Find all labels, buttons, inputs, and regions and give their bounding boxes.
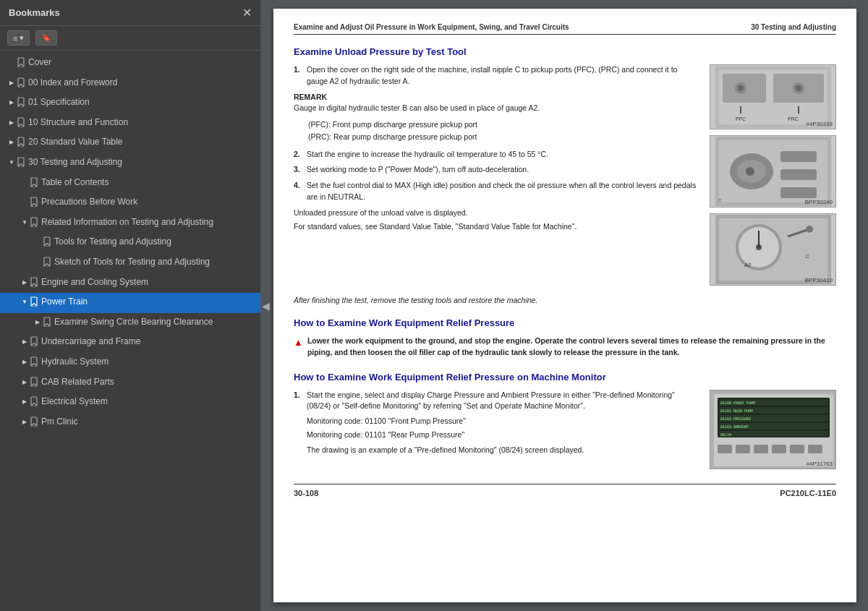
bookmark-svg-20-standard (17, 137, 25, 147)
tree-item-undercarriage[interactable]: ▶Undercarriage and Frame (0, 333, 260, 353)
step-1: 1. Open the cover on the right side of t… (294, 64, 699, 87)
tree-item-cover[interactable]: ▶Cover (0, 54, 260, 74)
bookmark-icon-power-train (30, 296, 38, 310)
prc-label: (PRC): Rear pump discharge pressure pick… (294, 131, 699, 143)
tree-item-engine-cooling[interactable]: ▶Engine and Cooling System (0, 273, 260, 294)
bookmark-svg-pm-clinic (30, 416, 38, 427)
tree-label-10-structure: 10 Structure and Function (28, 116, 255, 129)
tree-arrow-30-testing: ▼ (6, 157, 17, 166)
pfc-label: (PFC): Front pump discharge pressure pic… (294, 119, 699, 131)
bookmark-icon-engine-cooling (30, 277, 38, 291)
step2-text: Start the engine to increase the hydraul… (307, 149, 548, 161)
tree-label-hydraulic: Hydraulic System (41, 356, 255, 368)
tree-item-pm-clinic[interactable]: ▶Pm Clinic (0, 413, 260, 433)
bookmark-svg-10-structure (17, 117, 25, 127)
tree-item-related-info[interactable]: ▼Related Information on Testing and Adju… (0, 213, 260, 234)
bookmark-icon-undercarriage (30, 336, 38, 350)
image-hydraulic-panel: PFC PRC #4P30233 (710, 64, 836, 129)
sidebar: Bookmarks ✕ ≡ ▾ 🔖 ▶Cover▶00 Index and Fo… (0, 0, 260, 611)
tree-arrow-20-standard: ▶ (6, 137, 17, 146)
image-gauge: A2 C BPP30410 (710, 213, 836, 286)
svg-text:C: C (718, 198, 722, 202)
svg-text:01103  AMBIENT: 01103 AMBIENT (720, 424, 749, 429)
tree-item-cab-parts[interactable]: ▶CAB Related Parts (0, 373, 260, 393)
steps-list: 1. Open the cover on the right side of t… (294, 64, 699, 87)
tree-item-sketch-tools[interactable]: ▶Sketch of Tools for Testing and Adjusti… (0, 253, 260, 273)
sidebar-bookmark-button[interactable]: 🔖 (35, 30, 57, 46)
remark-text: Gauge in digital hydraulic tester B can … (294, 103, 699, 114)
bookmark-icon-00-index (17, 77, 25, 91)
remark-block: REMARK Gauge in digital hydraulic tester… (294, 92, 699, 115)
bookmark-add-icon: 🔖 (41, 33, 51, 43)
bookmark-icon-30-testing (17, 157, 25, 171)
tree-item-swing-bearing[interactable]: ▶Examine Swing Circle Bearing Clearance (0, 313, 260, 333)
bookmark-svg-00-index (17, 77, 25, 87)
svg-rect-59 (736, 445, 750, 453)
doc-header: Examine and Adjust Oil Pressure in Work … (294, 23, 836, 35)
bookmark-svg-related-info (30, 217, 38, 227)
bookmark-svg-power-train (30, 296, 38, 307)
bookmark-svg-tools-testing (43, 236, 51, 247)
after-test-text: After finishing the test, remove the tes… (294, 296, 836, 304)
tree-label-related-info: Related Information on Testing and Adjus… (41, 216, 255, 228)
tree-item-30-testing[interactable]: ▼30 Testing and Adjusting (0, 153, 260, 174)
bookmark-icon-pm-clinic (30, 416, 38, 430)
svg-point-26 (796, 85, 801, 91)
tree-item-00-index[interactable]: ▶00 Index and Foreword (0, 74, 260, 94)
svg-rect-60 (754, 445, 768, 453)
svg-rect-61 (772, 445, 786, 453)
bookmark-icon-swing-bearing (43, 317, 51, 330)
page-view[interactable]: Examine and Adjust Oil Pressure in Work … (273, 9, 856, 602)
doc-header-right: 30 Testing and Adjusting (751, 23, 836, 31)
bookmark-icon-cab-parts (30, 377, 38, 390)
tree-label-power-train: Power Train (41, 296, 255, 308)
svg-text:PFC: PFC (736, 116, 746, 121)
svg-text:08/24: 08/24 (720, 432, 731, 437)
tree-item-precautions[interactable]: ▶Precautions Before Work (0, 193, 260, 213)
tree-arrow-electrical: ▶ (19, 396, 30, 406)
sidebar-close-button[interactable]: ✕ (242, 6, 252, 20)
doc-header-left: Examine and Adjust Oil Pressure in Work … (294, 23, 569, 31)
svg-text:C: C (806, 254, 809, 259)
svg-point-24 (738, 85, 744, 91)
section-unload-pressure: Examine Unload Pressure by Test Tool 1. … (294, 46, 836, 304)
svg-point-48 (806, 226, 813, 233)
hydraulic-panel-svg: PFC PRC (715, 67, 831, 128)
tree-arrow-hydraulic: ▶ (19, 356, 30, 366)
tree-item-tools-testing[interactable]: ▶Tools for Testing and Adjusting (0, 233, 260, 253)
tree-item-electrical[interactable]: ▶Electrical System (0, 393, 260, 413)
footer-right: PC210LC-11E0 (780, 489, 836, 497)
tree-label-precautions: Precautions Before Work (41, 196, 255, 208)
tree-arrow-cab-parts: ▶ (19, 377, 30, 386)
tree-arrow-precautions: ▶ (19, 197, 30, 206)
bookmark-icon-related-info (30, 217, 38, 231)
svg-rect-36 (780, 169, 817, 180)
sidebar-collapse-handle[interactable]: ◀ (260, 0, 271, 611)
tree-label-20-standard: 20 Standard Value Table (28, 136, 255, 148)
tree-item-10-structure[interactable]: ▶10 Structure and Function (0, 114, 260, 134)
tree-item-20-standard[interactable]: ▶20 Standard Value Table (0, 133, 260, 153)
tree-item-toc[interactable]: ▶Table of Contents (0, 174, 260, 194)
tree-item-power-train[interactable]: ▼Power Train (0, 293, 260, 313)
monitor-step-1: 1. Start the engine, select and display … (294, 390, 699, 456)
doc-footer: 30-108 PC210LC-11E0 (294, 484, 836, 497)
sidebar-tree[interactable]: ▶Cover▶00 Index and Foreword▶01 Specific… (0, 51, 260, 611)
bookmark-icon-cover (17, 57, 25, 71)
sidebar-menu-button[interactable]: ≡ ▾ (7, 30, 30, 46)
section3-title: How to Examine Work Equipment Relief Pre… (294, 372, 836, 383)
step-3: 3. Set working mode to P ("Power Mode"),… (294, 164, 699, 176)
tree-arrow-01-spec: ▶ (6, 97, 17, 106)
tree-item-01-spec[interactable]: ▶01 Specification (0, 93, 260, 114)
tree-arrow-related-info: ▼ (19, 217, 30, 226)
tree-item-hydraulic[interactable]: ▶Hydraulic System (0, 353, 260, 373)
step-4: 4. Set the fuel control dial to MAX (Hig… (294, 180, 699, 203)
tree-label-toc: Table of Contents (41, 176, 255, 189)
bookmark-icon-tools-testing (43, 236, 51, 250)
machine-monitor-text: 1. Start the engine, select and display … (294, 390, 699, 469)
tree-label-sketch-tools: Sketch of Tools for Testing and Adjustin… (54, 256, 255, 268)
section1-images: PFC PRC #4P30233 (710, 64, 836, 286)
tree-arrow-pm-clinic: ▶ (19, 416, 30, 426)
footer-left: 30-108 (294, 489, 318, 497)
tree-label-engine-cooling: Engine and Cooling System (41, 276, 255, 289)
monitor-note: The drawing is an example of a "Pre-defi… (307, 445, 699, 456)
